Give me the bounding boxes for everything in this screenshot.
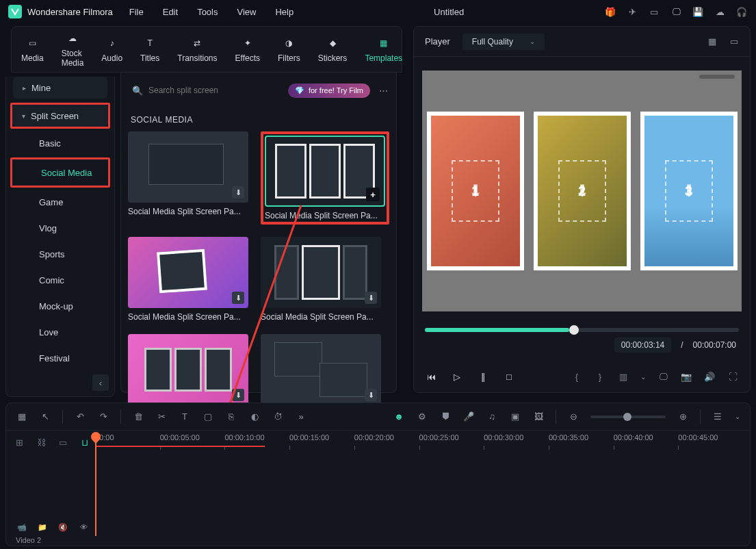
list-view-icon[interactable]: ☰	[712, 411, 724, 423]
cloud-icon[interactable]: ☁	[714, 5, 726, 18]
more-tools-icon[interactable]: »	[295, 411, 307, 423]
music-icon[interactable]: ♫	[486, 411, 498, 423]
sidebar-item-mockup[interactable]: Mock-up	[6, 293, 114, 319]
pause-button[interactable]: ‖	[477, 370, 489, 383]
add-track-icon[interactable]: ⊞	[13, 436, 25, 448]
zoom-in-button[interactable]: ⊕	[677, 411, 689, 423]
tab-audio[interactable]: ♪Audio	[101, 36, 122, 63]
select-tool-icon[interactable]: ▦	[16, 411, 28, 423]
download-icon[interactable]: ⬇	[232, 186, 244, 199]
link-icon[interactable]: ⎘	[225, 411, 237, 423]
seekbar-knob[interactable]	[569, 325, 579, 335]
tab-filters[interactable]: ◑Filters	[278, 36, 300, 63]
delete-button[interactable]: 🗑	[132, 411, 144, 423]
preview-tab-player[interactable]: Player	[425, 36, 450, 47]
record-icon[interactable]: ▣	[509, 411, 521, 423]
download-icon[interactable]: ⬇	[232, 389, 244, 401]
search-input[interactable]	[148, 86, 272, 95]
tab-effects[interactable]: ✦Effects	[235, 36, 260, 63]
prev-frame-button[interactable]: ⏮	[425, 370, 437, 383]
tab-stock-media[interactable]: ☁Stock Media	[62, 31, 84, 68]
link-track-icon[interactable]: ⛓	[35, 436, 47, 448]
sidebar-item-social-media[interactable]: Social Media	[12, 159, 108, 186]
mic-icon[interactable]: 🎤	[462, 411, 475, 423]
tab-titles[interactable]: TTitles	[140, 36, 159, 63]
undo-button[interactable]: ↶	[74, 411, 86, 423]
zoom-out-button[interactable]: ⊖	[567, 411, 579, 423]
image-icon[interactable]: 🖼	[532, 411, 545, 423]
template-card[interactable]: ⬇ Social Media Split Screen Pa...	[128, 237, 248, 322]
monitor-icon[interactable]: 🖵	[670, 5, 682, 18]
sidebar-collapse-button[interactable]: ‹	[92, 374, 109, 391]
sidebar-item-sports[interactable]: Sports	[6, 241, 114, 267]
tab-transitions[interactable]: ⇄Transitions	[177, 36, 217, 63]
magnet-icon[interactable]: ⊔	[79, 436, 91, 448]
add-icon[interactable]: +	[366, 188, 380, 201]
template-card-selected[interactable]: + Social Media Split Screen Pa...	[265, 136, 385, 220]
menu-help[interactable]: Help	[275, 7, 294, 17]
brace-right-icon[interactable]: }	[594, 370, 606, 383]
sidebar-item-vlog[interactable]: Vlog	[6, 215, 114, 241]
sidebar-group-mine[interactable]: ▸ Mine	[13, 77, 107, 99]
preview-seekbar[interactable]	[425, 328, 739, 332]
device-icon[interactable]: ▭	[648, 5, 660, 18]
tab-media[interactable]: ▭Media	[21, 36, 44, 63]
gear-icon[interactable]: ⚙	[416, 411, 428, 423]
display-icon[interactable]: 🖵	[657, 370, 669, 383]
ai-icon[interactable]: ☻	[393, 411, 405, 423]
pointer-tool-icon[interactable]: ↖	[39, 411, 51, 423]
text-tool-icon[interactable]: T	[179, 411, 191, 423]
drop-zone-3[interactable]: ⬇3	[640, 112, 738, 270]
promo-pill[interactable]: 💎 for free! Try Film	[288, 84, 370, 98]
fullscreen-icon[interactable]: ⛶	[727, 370, 739, 383]
more-icon[interactable]: ⋯	[377, 84, 389, 97]
tab-stickers[interactable]: ◆Stickers	[318, 36, 348, 63]
redo-button[interactable]: ↷	[97, 411, 109, 423]
timeline-ruler[interactable]: 00:00 00:00:05:00 00:00:10:00 00:00:15:0…	[95, 433, 743, 450]
grid-view-icon[interactable]: ▦	[706, 35, 718, 47]
download-icon[interactable]: ⬇	[365, 292, 377, 304]
sidebar-item-love[interactable]: Love	[6, 319, 114, 345]
brace-left-icon[interactable]: {	[571, 370, 583, 383]
sidebar-item-comic[interactable]: Comic	[6, 267, 114, 293]
split-button[interactable]: ✂	[155, 411, 168, 423]
menu-view[interactable]: View	[237, 7, 256, 17]
camera-icon[interactable]: 📷	[680, 370, 692, 383]
download-icon[interactable]: ⬇	[365, 389, 377, 401]
volume-icon[interactable]: 🔊	[703, 370, 716, 383]
camera-track-icon[interactable]: 📹	[16, 521, 28, 533]
crop-button[interactable]: ▢	[202, 411, 214, 423]
menu-tools[interactable]: Tools	[197, 7, 218, 17]
menu-file[interactable]: File	[129, 7, 144, 17]
gift-icon[interactable]: 🎁	[604, 5, 616, 18]
template-card[interactable]: ⬇ Social Media Split Screen Pa...	[128, 131, 248, 225]
sidebar-item-festival[interactable]: Festival	[6, 345, 114, 371]
timeline-playhead[interactable]	[95, 433, 96, 536]
template-card[interactable]: ⬇ Social Media Split Screen Pa...	[261, 237, 381, 322]
sidebar-item-basic[interactable]: Basic	[6, 130, 114, 156]
drop-zone-1[interactable]: ⬇1	[427, 112, 524, 270]
save-icon[interactable]: 💾	[692, 5, 704, 18]
snapshot-frame-icon[interactable]: ▭	[728, 35, 740, 47]
send-icon[interactable]: ✈	[626, 5, 638, 18]
drop-zone-2[interactable]: ⬇2	[534, 112, 631, 270]
zoom-knob[interactable]	[623, 413, 631, 421]
speed-icon[interactable]: ⏱	[272, 411, 284, 423]
quality-icon[interactable]: ▥	[617, 370, 629, 383]
marker-icon[interactable]: ▭	[57, 436, 69, 448]
play-button[interactable]: ▷	[451, 370, 463, 383]
shield-icon[interactable]: ⛊	[439, 411, 452, 423]
mute-track-icon[interactable]: 🔇	[57, 521, 69, 533]
tab-templates[interactable]: ▦Templates	[365, 36, 402, 63]
menu-edit[interactable]: Edit	[163, 7, 178, 17]
download-icon[interactable]: ⬇	[232, 292, 244, 304]
eye-track-icon[interactable]: 👁	[77, 521, 90, 533]
quality-dropdown[interactable]: Full Quality ⌄	[462, 34, 545, 50]
sidebar-item-game[interactable]: Game	[6, 189, 114, 215]
stop-button[interactable]: □	[503, 370, 515, 383]
zoom-slider[interactable]	[590, 416, 666, 418]
folder-track-icon[interactable]: 📁	[36, 521, 49, 533]
sidebar-group-split-screen[interactable]: ▾ Split Screen	[12, 105, 108, 127]
headset-icon[interactable]: 🎧	[735, 5, 748, 18]
preview-handle[interactable]	[699, 75, 735, 79]
